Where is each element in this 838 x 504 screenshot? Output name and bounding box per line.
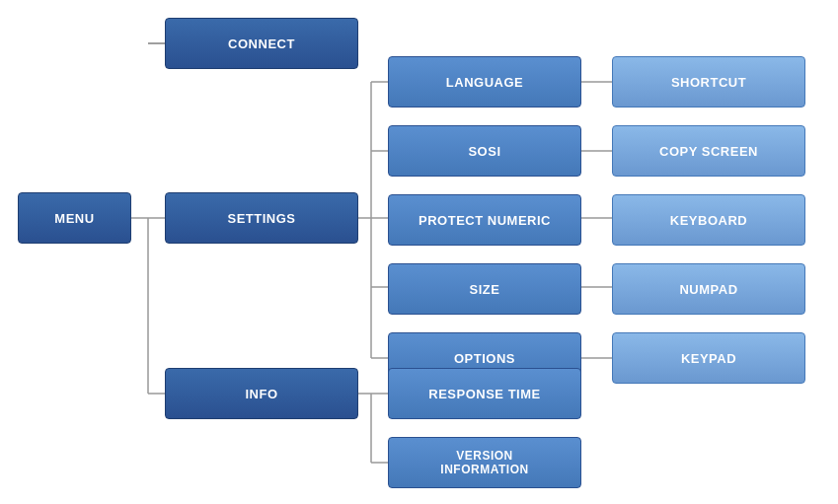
info-node[interactable]: INFO [165,368,358,419]
shortcut-node[interactable]: SHORTCUT [612,56,805,108]
keyboard-node[interactable]: KEYBOARD [612,194,805,246]
connect-node[interactable]: CONNECT [165,18,358,69]
version-information-node[interactable]: VERSION INFORMATION [388,437,581,488]
menu-node[interactable]: MENU [18,192,131,244]
language-node[interactable]: LANGUAGE [388,56,581,108]
settings-node[interactable]: SETTINGS [165,192,358,244]
response-time-node[interactable]: RESPONSE TIME [388,368,581,419]
protect-numeric-node[interactable]: PROTECT NUMERIC [388,194,581,246]
diagram: MENU CONNECT SETTINGS INFO LANGUAGE SOSI… [0,0,838,504]
numpad-node[interactable]: NUMPAD [612,263,805,315]
size-node[interactable]: SIZE [388,263,581,315]
keypad-node[interactable]: KEYPAD [612,332,805,384]
sosi-node[interactable]: SOSI [388,125,581,177]
copy-screen-node[interactable]: COPY SCREEN [612,125,805,177]
